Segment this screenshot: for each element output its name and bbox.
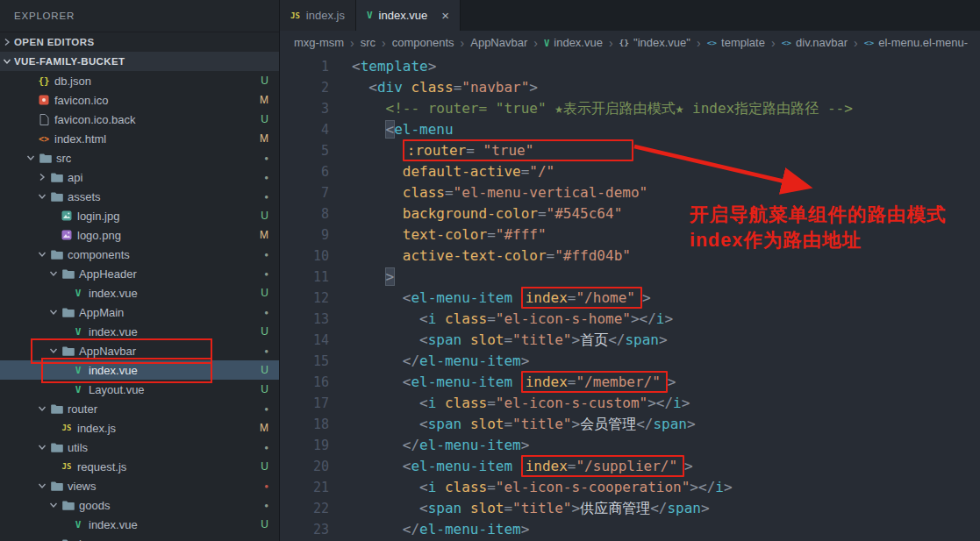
code-line-11[interactable]: 11 >: [280, 267, 980, 288]
code-line-17[interactable]: 17 <i class="el-icon-s-custom"></i>: [280, 393, 980, 414]
breadcrumb-separator: ›: [609, 36, 613, 50]
tree-item-AppMain[interactable]: AppMain●: [0, 303, 279, 322]
tree-item-goods[interactable]: goods●: [0, 495, 279, 515]
git-change-dot: ●: [264, 270, 279, 278]
code-line-2[interactable]: 2 <div class="navbar">: [280, 77, 980, 98]
code-line-16[interactable]: 16 <el-menu-item index="/member/">: [280, 372, 980, 393]
tree-item-router[interactable]: router●: [0, 399, 279, 418]
code-line-3[interactable]: 3 <!-- router= "true" ★表示开启路由模式★ index指定…: [280, 98, 980, 119]
line-number: 21: [280, 477, 352, 498]
code-line-4[interactable]: 4 <el-menu: [280, 119, 980, 140]
tree-item-src[interactable]: src●: [0, 148, 279, 167]
code-line-12[interactable]: 12 <el-menu-item index="/home">: [280, 288, 980, 309]
tree-item-assets[interactable]: assets●: [0, 187, 279, 206]
tree-item-logo.png[interactable]: logo.pngM: [0, 225, 279, 245]
git-status-badge: U: [261, 325, 279, 338]
chevron-right-icon: [0, 37, 14, 47]
breadcrumb-separator: ›: [461, 36, 465, 50]
tree-item-AppNavbar[interactable]: AppNavbar●: [0, 341, 279, 360]
tree-item-index.js[interactable]: JSindex.jsM: [0, 418, 279, 438]
code-line-20[interactable]: 20 <el-menu-item index="/supplier/">: [280, 456, 980, 477]
line-number: 15: [280, 351, 352, 372]
code-line-21[interactable]: 21 <i class="el-icon-s-cooperation"></i>: [280, 477, 980, 498]
code-line-18[interactable]: 18 <span slot="title">会员管理</span>: [280, 414, 980, 435]
image-jpg-icon: [59, 210, 75, 221]
code-line-6[interactable]: 6 default-active="/": [280, 161, 980, 182]
tree-item-index.html[interactable]: <>index.htmlM: [0, 129, 279, 148]
code-line-9[interactable]: 9 text-color="#fff": [280, 224, 980, 246]
chevron-down-icon: [46, 500, 61, 510]
git-status-badge: U: [261, 460, 279, 473]
git-status-badge: U: [261, 75, 279, 87]
tab-index.js[interactable]: JSindex.js: [280, 0, 356, 31]
line-number: 23: [280, 519, 352, 540]
breadcrumb-separator: ›: [382, 36, 386, 50]
code-line-22[interactable]: 22 <span slot="title">供应商管理</span>: [280, 498, 980, 519]
line-number: 19: [280, 435, 352, 456]
code-line-1[interactable]: 1<template>: [280, 56, 980, 77]
breadcrumb-item-mxg-msm[interactable]: mxg-msm: [294, 36, 344, 49]
tree-item-components[interactable]: components●: [0, 245, 279, 264]
tree-item-index.vue[interactable]: Vindex.vueU: [0, 322, 279, 341]
project-root-header[interactable]: VUE-FAMILY-BUCKET: [0, 52, 279, 71]
git-change-dot: ●: [264, 193, 279, 201]
breadcrumb-item-el-menu.el-menu-[interactable]: <>el-menu.el-menu-: [864, 36, 968, 49]
breadcrumb-item-AppNavbar[interactable]: AppNavbar: [470, 36, 527, 49]
tree-item-login.jpg[interactable]: login.jpgU: [0, 206, 279, 225]
code-line-5[interactable]: 5 :router= "true": [280, 140, 980, 161]
code-editor[interactable]: 1<template>2 <div class="navbar">3 <!-- …: [280, 54, 980, 541]
open-editors-label: OPEN EDITORS: [14, 37, 95, 47]
folder-icon: [61, 269, 76, 279]
tree-item-index.vue[interactable]: Vindex.vueU: [0, 283, 279, 303]
explorer-title: EXPLORER: [0, 0, 279, 32]
chevron-down-icon: [35, 249, 49, 260]
vue-icon: V: [70, 326, 86, 338]
line-number: 2: [280, 77, 352, 98]
tree-item-label: index.vue: [89, 518, 138, 531]
tree-item-favicon.ico[interactable]: favicon.icoM: [0, 90, 279, 110]
breadcrumb-item-src[interactable]: src: [361, 36, 376, 49]
breadcrumb-item-index.vue[interactable]: Vindex.vue: [544, 36, 603, 49]
close-tab-icon[interactable]: ×: [441, 8, 449, 23]
tree-item-AppHeader[interactable]: AppHeader●: [0, 264, 279, 283]
code-line-15[interactable]: 15 </el-menu-item>: [280, 351, 980, 372]
tree-item-utils[interactable]: utils●: [0, 438, 279, 457]
tree-item-Layout.vue[interactable]: VLayout.vueU: [0, 380, 279, 399]
tree-item-label: index.js: [77, 422, 116, 435]
tree-item-db.json[interactable]: {}db.jsonU: [0, 71, 279, 90]
code-line-19[interactable]: 19 </el-menu-item>: [280, 435, 980, 456]
tab-label: index.vue: [379, 9, 428, 22]
breadcrumb-item-template[interactable]: <>template: [707, 36, 765, 49]
vue-icon: V: [70, 288, 86, 299]
tree-item-request.js[interactable]: JSrequest.jsU: [0, 457, 279, 476]
code-line-8[interactable]: 8 background-color="#545c64": [280, 203, 980, 224]
code-line-7[interactable]: 7 class="el-menu-vertical-demo": [280, 182, 980, 203]
favicon-icon: [36, 95, 52, 105]
tree-item-api[interactable]: api●: [0, 167, 279, 187]
breadcrumb-separator: ›: [771, 36, 776, 50]
folder-icon: [49, 481, 65, 491]
git-change-dot: ●: [264, 154, 279, 162]
annotation-redbox: :router= "true": [403, 139, 634, 161]
line-number: 3: [280, 98, 352, 119]
open-editors-header[interactable]: OPEN EDITORS: [0, 32, 279, 52]
git-status-badge: M: [260, 132, 279, 145]
tree-item-label: request.js: [77, 460, 126, 473]
tab-index.vue[interactable]: Vindex.vue×: [356, 0, 461, 31]
breadcrumb-item-components[interactable]: components: [392, 36, 454, 49]
breadcrumb-separator: ›: [854, 36, 858, 50]
tree-item-label: assets: [68, 190, 101, 203]
tree-item-home[interactable]: home: [0, 534, 279, 541]
code-line-13[interactable]: 13 <i class="el-icon-s-home"></i>: [280, 309, 980, 330]
code-line-23[interactable]: 23 </el-menu-item>: [280, 519, 980, 540]
code-line-10[interactable]: 10 active-text-color="#ffd04b": [280, 246, 980, 267]
tree-item-views[interactable]: views●: [0, 476, 279, 495]
tree-item-index.vue[interactable]: Vindex.vueU: [0, 360, 279, 380]
breadcrumb-item-index.vue[interactable]: {}"index.vue": [619, 36, 690, 49]
tree-item-index.vue[interactable]: Vindex.vueU: [0, 515, 279, 534]
breadcrumb-item-div.navbar[interactable]: <>div.navbar: [782, 36, 848, 49]
folder-icon: [61, 308, 76, 317]
tree-item-favicon.ico.back[interactable]: favicon.ico.backU: [0, 110, 279, 129]
code-line-14[interactable]: 14 <span slot="title">首页</span>: [280, 330, 980, 351]
line-number: 22: [280, 498, 352, 519]
